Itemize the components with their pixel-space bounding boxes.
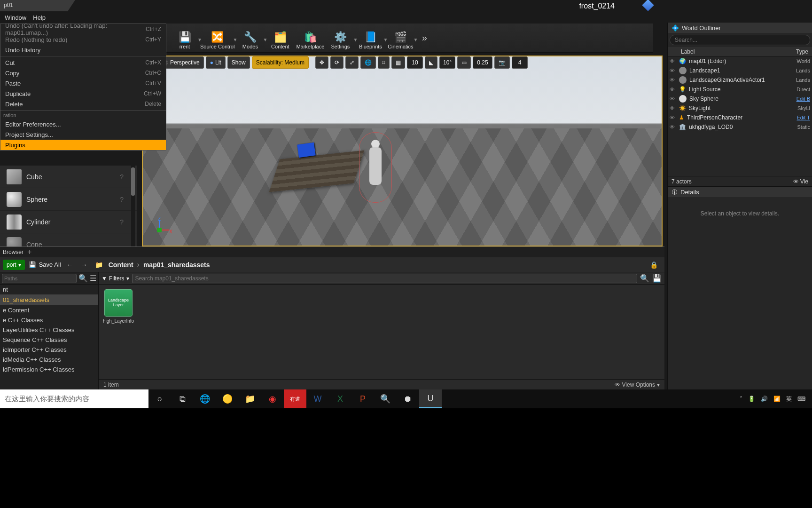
user-badge[interactable] xyxy=(644,1,652,9)
cortana-icon[interactable]: ○ xyxy=(148,389,171,408)
edge-icon[interactable]: 🌐 xyxy=(194,389,216,408)
folder-icon[interactable]: 📁 xyxy=(93,261,105,269)
transform-mode-rotate[interactable]: ⟳ xyxy=(330,56,344,69)
coord-space-toggle[interactable]: 🌐 xyxy=(360,56,376,69)
youdao-icon[interactable]: 有道 xyxy=(284,389,306,408)
app-icon[interactable]: ◉ xyxy=(261,389,284,408)
tree-item[interactable]: idPermission C++ Classes xyxy=(0,365,98,374)
palette-scrollbar[interactable] xyxy=(131,166,135,246)
edit-delete[interactable]: DeleteDelete xyxy=(0,99,166,109)
lock-icon[interactable]: 🔒 xyxy=(650,261,662,269)
powerpoint-icon[interactable]: P xyxy=(351,389,374,408)
collapse-icon[interactable]: ☰ xyxy=(90,274,96,283)
search-icon[interactable]: 🔍 xyxy=(78,274,88,283)
outliner-row[interactable]: 👁Landscape1Lands xyxy=(668,66,812,75)
camera-speed-value[interactable]: 4 xyxy=(512,56,528,69)
angle-snap-value[interactable]: 10° xyxy=(439,56,455,69)
scrollbar-thumb[interactable] xyxy=(131,167,135,196)
details-tab[interactable]: 🛈Details xyxy=(668,187,812,197)
outliner-row[interactable]: 👁Sky SphereEdit B xyxy=(668,94,812,103)
outliner-row[interactable]: 👁🌍map01 (Editor)World xyxy=(668,56,812,66)
blue-box-actor[interactable] xyxy=(297,143,316,158)
outliner-col-label[interactable]: Label xyxy=(681,48,695,55)
outliner-tab[interactable]: 💠World Outliner xyxy=(668,23,812,33)
edit-editor-preferences[interactable]: Editor Preferences... xyxy=(0,119,166,129)
view-options-button[interactable]: 👁View Options▾ xyxy=(615,381,660,388)
menu-window[interactable]: Window xyxy=(5,14,26,23)
volume-icon[interactable]: 🔊 xyxy=(761,396,768,402)
visibility-icon[interactable]: 👁 xyxy=(670,124,676,130)
explorer-icon[interactable]: 📁 xyxy=(239,389,261,408)
edit-duplicate[interactable]: DuplicateCtrl+W xyxy=(0,88,166,99)
sources-search-input[interactable] xyxy=(2,274,77,283)
edit-copy[interactable]: CopyCtrl+C xyxy=(0,68,166,78)
menu-help[interactable]: Help xyxy=(33,14,46,23)
edit-plugins[interactable]: Plugins xyxy=(0,140,166,150)
tree-item[interactable]: icImporter C++ Classes xyxy=(0,345,98,355)
toolbar-savecurrent-button[interactable]: 💾rrent▼ xyxy=(170,25,199,51)
edit-undo-history[interactable]: Undo History xyxy=(0,45,166,55)
outliner-header[interactable]: Label Type xyxy=(668,47,812,56)
transform-mode-scale[interactable]: ⤢ xyxy=(345,56,359,69)
scale-snap-toggle[interactable]: ▭ xyxy=(457,56,471,69)
toolbar-blueprints-button[interactable]: 📘Blueprints▼ xyxy=(356,25,385,51)
surface-snap-toggle[interactable]: ⌗ xyxy=(378,56,390,69)
word-icon[interactable]: W xyxy=(306,389,329,408)
visibility-icon[interactable]: 👁 xyxy=(670,105,676,111)
excel-icon[interactable]: X xyxy=(329,389,351,408)
search-icon[interactable]: 🔍 xyxy=(640,274,649,283)
battery-icon[interactable]: 🔋 xyxy=(748,396,755,402)
chrome-icon[interactable]: 🟡 xyxy=(216,389,239,408)
toolbar-settings-button[interactable]: ⚙️Settings▼ xyxy=(326,25,355,51)
thirdperson-character-actor[interactable] xyxy=(364,140,387,201)
outliner-viewoptions[interactable]: 👁 Vie xyxy=(793,178,808,185)
taskview-icon[interactable]: ⧉ xyxy=(171,389,194,408)
tree-item[interactable]: LayerUtilities C++ Classes xyxy=(0,325,98,335)
import-button[interactable]: port▾ xyxy=(3,260,25,270)
save-search-icon[interactable]: 💾 xyxy=(652,274,662,283)
tree-item[interactable]: e C++ Classes xyxy=(0,315,98,325)
toolbar-content-button[interactable]: 🗂️Content xyxy=(265,25,295,51)
show-dropdown[interactable]: Show xyxy=(227,56,250,69)
visibility-icon[interactable]: 👁 xyxy=(670,96,676,102)
outliner-row[interactable]: 👁♟ThirdPersonCharacterEdit T xyxy=(668,113,812,122)
outliner-row[interactable]: 👁LandscapeGizmoActiveActor1Lands xyxy=(668,75,812,85)
outliner-search-input[interactable] xyxy=(670,35,810,45)
keyboard-icon[interactable]: ⌨ xyxy=(797,396,805,402)
edit-paste[interactable]: PasteCtrl+V xyxy=(0,78,166,88)
outliner-col-type[interactable]: Type xyxy=(796,48,808,55)
tree-item-selected[interactable]: 01_sharedassets xyxy=(0,294,98,305)
app-icon[interactable]: 🔍 xyxy=(374,389,397,408)
palette-item-cylinder[interactable]: Cylinder? xyxy=(0,211,137,233)
unreal-icon[interactable]: U xyxy=(419,389,442,408)
filters-button[interactable]: ▼Filters▾ xyxy=(102,275,129,282)
nav-back-button[interactable]: ← xyxy=(65,261,75,269)
breadcrumb-root[interactable]: Content xyxy=(109,261,133,269)
system-tray[interactable]: ˄ 🔋 🔊 📶 英 ⌨ xyxy=(733,395,812,403)
cb-tab[interactable]: Browser xyxy=(3,249,23,255)
edit-cut[interactable]: CutCtrl+X xyxy=(0,57,166,68)
viewport-3d[interactable]: Z X xyxy=(142,56,663,246)
scale-snap-value[interactable]: 0.25 xyxy=(473,56,492,69)
edit-undo[interactable]: Undo (Can't undo after: Loading map: map… xyxy=(0,24,166,34)
scalability-dropdown[interactable]: Scalability: Medium xyxy=(252,56,309,69)
outliner-row[interactable]: 👁💡Light SourceDirect xyxy=(668,85,812,94)
wifi-icon[interactable]: 📶 xyxy=(773,396,781,402)
angle-snap-toggle[interactable]: ◣ xyxy=(425,56,437,69)
nav-forward-button[interactable]: → xyxy=(79,261,89,269)
visibility-icon[interactable]: 👁 xyxy=(670,87,676,92)
tree-item[interactable]: e Content xyxy=(0,305,98,315)
outliner-row[interactable]: 👁☀️SkyLightSkyLi xyxy=(668,103,812,113)
asset-search-input[interactable] xyxy=(132,274,637,283)
outliner-row[interactable]: 👁🏛️ukhgdfyga_LOD0Static xyxy=(668,122,812,132)
transform-mode-select[interactable]: ✥ xyxy=(315,56,328,69)
visibility-icon[interactable]: 👁 xyxy=(670,68,676,73)
visibility-icon[interactable]: 👁 xyxy=(670,77,676,83)
breadcrumb-folder[interactable]: map01_sharedassets xyxy=(143,261,210,269)
tree-item[interactable]: idMedia C++ Classes xyxy=(0,355,98,365)
save-all-button[interactable]: 💾Save All xyxy=(29,261,61,268)
palette-item-sphere[interactable]: Sphere? xyxy=(0,188,137,211)
lit-dropdown[interactable]: ●Lit xyxy=(206,56,226,69)
chevron-up-icon[interactable]: ˄ xyxy=(740,396,742,402)
tree-item[interactable]: nt xyxy=(0,285,98,294)
